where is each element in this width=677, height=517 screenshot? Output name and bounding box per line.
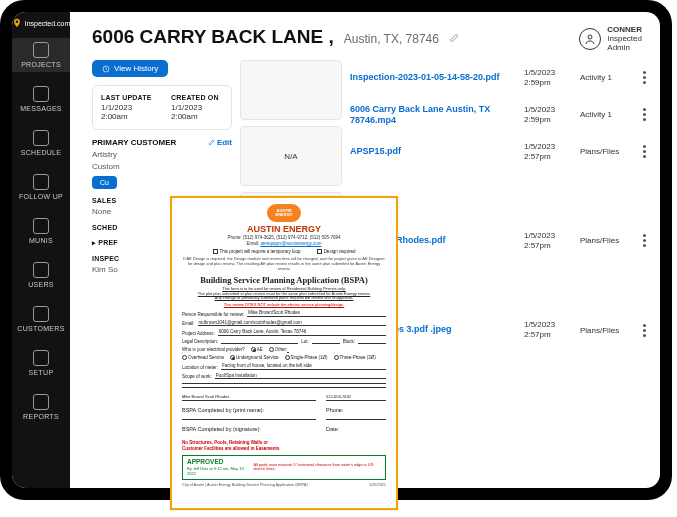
radio-underground[interactable] [230,355,235,360]
sidebar-item-reports[interactable]: REPORTS [12,390,70,424]
file-category: Plans/Files [580,236,630,245]
radio-other[interactable] [269,347,274,352]
sidebar-item-users[interactable]: USERS [12,258,70,292]
scope-line2 [182,382,386,384]
sidebar-item-label: SETUP [29,369,54,376]
sig-signature-line [182,419,316,426]
file-date: 1/5/20232:57pm [524,320,572,339]
kebab-menu[interactable] [638,145,650,158]
meter-value: Facing front of house, located on the le… [221,363,386,370]
schedule-icon [33,130,49,146]
person-value: Mike Brown/Scott Rhodes [247,310,386,317]
thumbnail-na: N/A [284,152,297,161]
edit-title-icon[interactable] [449,33,459,43]
file-date: 1/5/20232:57pm [524,142,572,161]
bspa-warn: This review DOES NOT include the electri… [182,302,386,307]
radio-single-phase[interactable] [285,355,290,360]
lot-label: Lot: [301,339,309,344]
radio-ae[interactable] [251,347,256,352]
sidebar-item-label: MUNIS [29,237,53,244]
svg-point-0 [588,35,592,39]
avatar-icon [579,28,601,50]
file-name[interactable]: Inspection-2023-01-05-14-58-20.pdf [350,72,516,83]
file-category: Activity 1 [580,73,630,82]
sidebar-item-label: USERS [28,281,54,288]
lot-value [312,343,340,344]
radio-three-phase[interactable] [334,355,339,360]
header: 6006 CARRY BACK LANE , Austin, TX, 78746… [70,12,660,60]
doc-email-link[interactable]: aereqapps@austinenergy.com [260,241,321,246]
brand: Inspected.com [12,18,70,28]
sidebar-item-projects[interactable]: PROJECTS [12,38,70,72]
sidebar-item-munis[interactable]: MUNIS [12,214,70,248]
block-value [358,343,386,344]
kebab-menu[interactable] [638,108,650,121]
chk-temp-loop-label: This project will require a temporary lo… [220,249,301,254]
dates-card: LAST UPDATE 1/1/2023 2:00am CREATED ON 1… [92,85,232,130]
radio-ae-label: AE [257,347,263,352]
thumbnail-1[interactable] [240,60,342,120]
checkbox-temp-loop[interactable] [213,249,218,254]
users-icon [33,262,49,278]
pencil-icon [208,139,215,146]
file-date: 1/5/20232:59pm [524,68,572,87]
checkbox-design-req[interactable] [317,249,322,254]
document-content: AUSTINENERGY AUSTIN ENERGY Phone: (512) … [172,198,396,491]
sidebar-item-label: PROJECTS [21,61,61,68]
approval-box: APPROVED By Jeff Diaz at 9:12 am, May 19… [182,455,386,480]
view-history-button[interactable]: View History [92,60,168,77]
file-category: Plans/Files [580,147,630,156]
sidebar-item-label: REPORTS [23,413,59,420]
brand-label: Inspected.com [25,20,71,27]
bspa-sub3: Any change to previously submitted plans… [215,295,354,300]
austin-energy-logo: AUSTINENERGY [267,204,301,222]
created-value: 1/1/2023 2:00am [171,103,223,121]
sidebar-item-customers[interactable]: CUSTOMERS [12,302,70,336]
legal-value [221,342,298,344]
single-phase-label: Single-Phase (1Ø) [291,355,328,360]
primary-customer-section: PRIMARY CUSTOMER Edit Artistry Custom Cu [92,138,232,189]
document-preview-overlay[interactable]: AUSTINENERGY AUSTIN ENERGY Phone: (512) … [170,196,398,510]
messages-icon [33,86,49,102]
radio-overhead[interactable] [182,355,187,360]
kebab-menu[interactable] [638,234,650,247]
kebab-menu[interactable] [638,71,650,84]
scope-label: Scope of work: [182,374,212,379]
kebab-menu[interactable] [638,324,650,337]
file-date: 1/5/20232:59pm [524,105,572,124]
sidebar-item-setup[interactable]: SETUP [12,346,70,380]
sidebar-item-schedule[interactable]: SCHEDULE [12,126,70,160]
sidebar: Inspected.com PROJECTS MESSAGES SCHEDULE… [12,12,70,488]
doc-org-title: AUSTIN ENERGY [182,224,386,234]
radio-other-label: Other: [275,347,288,352]
munis-icon [33,218,49,234]
underground-label: Underground Service [236,355,279,360]
sidebar-item-messages[interactable]: MESSAGES [12,82,70,116]
sig-date-label: Date: [326,426,339,432]
followup-icon [33,174,49,190]
thumbnail-2[interactable]: N/A [240,126,342,186]
edit-customer-link[interactable]: Edit [208,138,232,147]
customer-button[interactable]: Cu [92,176,117,189]
user-badge[interactable]: CONNER Inspected Admin [579,26,642,52]
primary-customer-label: PRIMARY CUSTOMER [92,138,176,147]
file-name[interactable]: APSP15.pdf [350,146,516,157]
other-provider-value [287,347,289,353]
file-name[interactable]: 6006 Carry Back Lane Austin, TX 78746.mp… [350,104,516,127]
brand-pin-icon [12,18,22,28]
sidebar-item-label: SCHEDULE [21,149,62,156]
three-phase-label: Three-Phase (3Ø) [340,355,376,360]
doc-email-label: Email: [247,241,260,246]
edit-label: Edit [217,138,232,147]
sig-phone-line: 512-653-7632 [326,400,386,407]
view-history-label: View History [114,64,158,73]
file-date: 1/5/20232:57pm [524,231,572,250]
page-subtitle: Austin, TX, 78746 [344,32,439,46]
sidebar-item-followup[interactable]: FOLLOW UP [12,170,70,204]
last-update-value: 1/1/2023 2:00am [101,103,153,121]
sidebar-item-label: FOLLOW UP [19,193,63,200]
scope-value: Pool/Spa Installation [215,373,386,380]
legal-label: Legal Description: [182,339,218,344]
addr-label: Project Address: [182,331,215,336]
doc-footer-left: City of Austin | Austin Energy Building … [182,483,308,487]
